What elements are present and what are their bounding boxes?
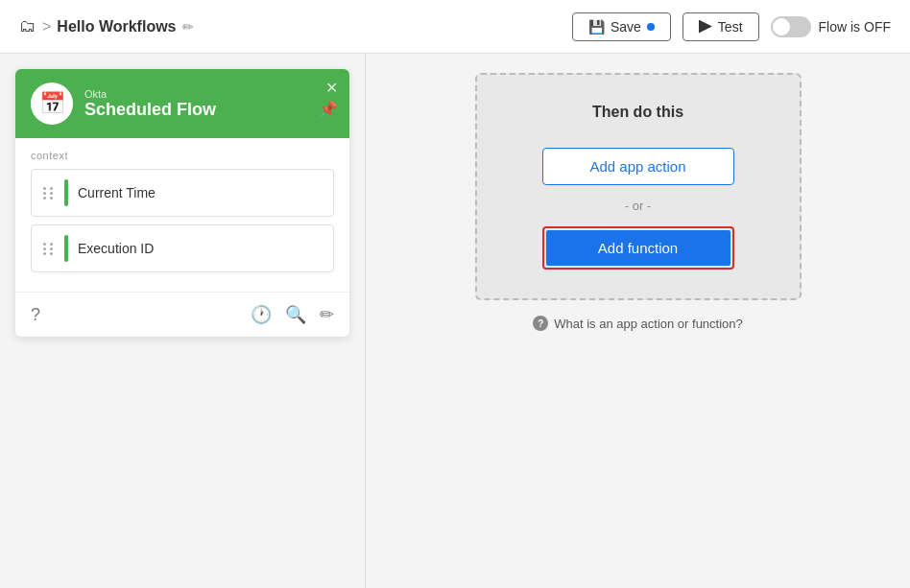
add-function-button[interactable]: Add function [546, 230, 730, 266]
card-header: 📅 Okta Scheduled Flow ✕ 📌 [15, 69, 349, 138]
then-do-box: Then do this Add app action - or - Add f… [475, 73, 802, 300]
play-icon [699, 20, 712, 34]
save-button[interactable]: 💾 Save [572, 12, 671, 41]
then-do-title: Then do this [592, 104, 683, 121]
breadcrumb-separator: > [42, 18, 51, 35]
drag-handle[interactable] [43, 187, 55, 200]
card-header-text: Okta Scheduled Flow [84, 88, 216, 120]
help-icon[interactable]: ? [31, 305, 40, 325]
edit-title-icon[interactable]: ✏ [182, 19, 194, 35]
top-actions: 💾 Save Test Flow is OFF [572, 12, 891, 41]
add-function-wrapper: Add function [542, 226, 734, 270]
card-provider: Okta [84, 88, 216, 100]
pin-icon[interactable]: 📌 [319, 100, 338, 118]
top-bar: 🗂 > Hello Workflows ✏ 💾 Save Test Flow i… [0, 0, 910, 54]
workflow-title: Hello Workflows [57, 18, 176, 35]
close-icon[interactable]: ✕ [325, 79, 338, 97]
left-panel: 📅 Okta Scheduled Flow ✕ 📌 context [0, 54, 365, 588]
add-app-action-button[interactable]: Add app action [542, 148, 734, 185]
card-app-icon: 📅 [31, 82, 73, 125]
footer-right-icons: 🕐 🔍 ✏ [251, 304, 334, 325]
current-time-label: Current Time [78, 185, 156, 200]
help-circle-icon: ? [533, 316, 548, 331]
context-item-execution-id: Execution ID [31, 224, 334, 272]
test-label: Test [718, 19, 743, 35]
card-title: Scheduled Flow [84, 100, 216, 120]
help-text-container[interactable]: ? What is an app action or function? [533, 316, 743, 331]
edit-icon[interactable]: ✏ [320, 304, 334, 325]
context-item-current-time: Current Time [31, 169, 334, 217]
green-bar [64, 179, 68, 206]
help-text-label: What is an app action or function? [554, 317, 743, 331]
test-button[interactable]: Test [682, 12, 759, 41]
unsaved-indicator [647, 23, 655, 31]
right-panel: Then do this Add app action - or - Add f… [366, 54, 910, 588]
green-bar-2 [64, 235, 68, 262]
scheduled-flow-card: 📅 Okta Scheduled Flow ✕ 📌 context [15, 69, 349, 337]
clock-icon[interactable]: 🕐 [251, 304, 272, 325]
folder-icon: 🗂 [19, 16, 36, 36]
flow-status-label: Flow is OFF [819, 19, 891, 35]
search-icon[interactable]: 🔍 [285, 304, 306, 325]
drag-handle-2[interactable] [43, 243, 55, 255]
save-disk-icon: 💾 [588, 19, 605, 35]
context-label: context [31, 150, 334, 161]
flow-toggle[interactable] [771, 16, 811, 37]
card-footer: ? 🕐 🔍 ✏ [15, 292, 349, 337]
main-content: 📅 Okta Scheduled Flow ✕ 📌 context [0, 54, 910, 588]
execution-id-label: Execution ID [78, 241, 154, 256]
or-divider: - or - [625, 199, 651, 213]
card-body: context Current Time [15, 138, 349, 292]
flow-toggle-container: Flow is OFF [771, 16, 891, 37]
breadcrumb: 🗂 > Hello Workflows ✏ [19, 16, 194, 36]
save-label: Save [611, 19, 641, 35]
